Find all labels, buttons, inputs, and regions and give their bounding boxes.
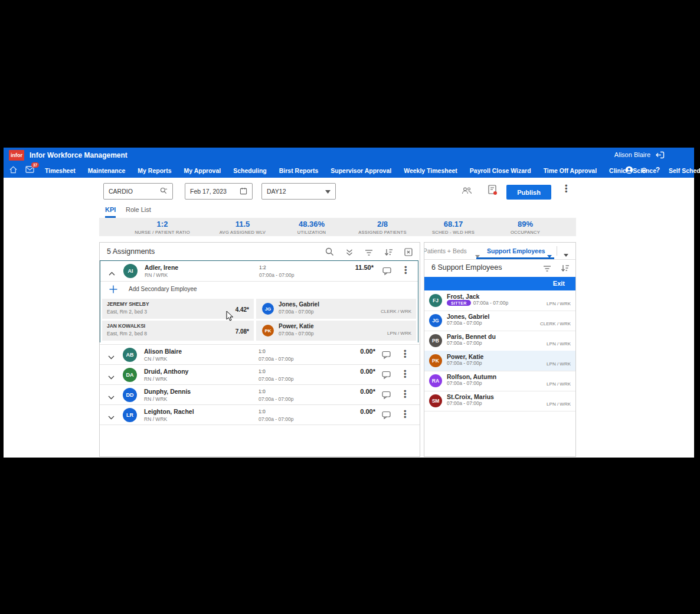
plus-icon[interactable] — [109, 285, 118, 296]
support-employee-row[interactable]: SM St.Croix, Marius 07:00a - 07:00p LPN … — [424, 391, 575, 411]
tab-support-employees[interactable]: Support Employees — [487, 247, 545, 254]
avatar: JG — [262, 303, 274, 315]
row-menu-icon[interactable]: ••• — [404, 370, 407, 378]
employee-role: LPN / WRK — [547, 361, 571, 367]
add-secondary-employee-row[interactable]: Add Secondary Employee — [100, 281, 418, 298]
shift-select[interactable]: DAY12 — [261, 183, 336, 200]
sort-icon[interactable] — [384, 248, 393, 259]
employee-name: Jones, Gabriel — [279, 301, 319, 308]
filter-icon[interactable] — [543, 264, 551, 275]
patient-wlv: 7.08* — [235, 328, 249, 335]
avatar: PB — [429, 334, 442, 347]
avatar: RA — [429, 374, 442, 387]
nav-item-scheduling[interactable]: Scheduling — [233, 167, 267, 174]
employee-name: Power, Katie — [279, 323, 313, 329]
nav-item-self-scheduling[interactable]: Self Scheduling — [669, 167, 700, 174]
chevron-up-icon[interactable] — [109, 267, 115, 278]
toolbar-menu-icon[interactable]: ••• — [565, 184, 568, 193]
nav-item-supervisor-approval[interactable]: Supervisor Approval — [331, 167, 391, 174]
avatar: DD — [123, 388, 137, 402]
search-icon[interactable] — [325, 247, 334, 259]
chevron-down-icon[interactable] — [108, 391, 115, 402]
support-employee-row[interactable]: JG Jones, Gabriel 07:00a - 07:00p CLERK … — [424, 311, 575, 331]
assignment-row[interactable]: AB Alison Blaire CN / WRK 1:0 07:00a - 0… — [100, 344, 420, 365]
nav-item-my-approval[interactable]: My Approval — [184, 167, 221, 174]
report-clipboard-icon[interactable] — [488, 184, 498, 198]
tab-kpi[interactable]: KPI — [105, 206, 116, 218]
assignment-row[interactable]: LR Leighton, Rachel RN / WRK 1:0 07:00a … — [100, 404, 420, 425]
comment-icon[interactable] — [382, 371, 391, 381]
nav-item-my-reports[interactable]: My Reports — [138, 167, 171, 174]
support-employee-row[interactable]: FJ Frost, Jack SITTER 07:00a - 07:00p LP… — [424, 290, 575, 311]
unit-search-input[interactable]: CARDIO — [103, 183, 173, 200]
home-icon[interactable] — [9, 165, 18, 177]
messages-badge: 37 — [31, 162, 39, 168]
user-name[interactable]: Alison Blaire — [614, 151, 650, 158]
assignment-row[interactable]: DA Druid, Anthony RN / WRK 1:0 07:00a - … — [100, 364, 420, 385]
close-panel-icon[interactable] — [404, 248, 413, 259]
comment-icon[interactable] — [382, 267, 392, 277]
employee-role: LPN / WRK — [547, 381, 571, 387]
shift-time: 07:00a - 07:00p — [259, 356, 294, 362]
employee-name: Alison Blaire — [144, 348, 182, 355]
patient-location: East, Rm 2, bed 8 — [107, 331, 147, 337]
employee-role: LPN / WRK — [387, 331, 411, 336]
comment-icon[interactable] — [382, 391, 391, 401]
profile-icon[interactable] — [625, 166, 633, 177]
date-picker[interactable]: Feb 17, 2023 — [185, 183, 253, 200]
support-list-header: 6 Support Employees — [424, 259, 575, 277]
filter-icon[interactable] — [365, 248, 373, 259]
support-employee-row[interactable]: PB Paris, Bennet du 07:00a - 07:00p LPN … — [424, 331, 575, 351]
tab-patients-beds[interactable]: Patients + Beds — [424, 247, 467, 254]
patient-ratio: 1:0 — [259, 348, 266, 354]
calendar-icon[interactable] — [240, 187, 247, 196]
assignment-row-primary[interactable]: AI Adler, Irene RN / WRK 1:2 07:00a - 07… — [100, 261, 418, 281]
comment-icon[interactable] — [382, 411, 391, 422]
wlv-hours: 0.00* — [360, 368, 375, 375]
shift-time: 07:00a - 07:00p — [447, 400, 482, 406]
logout-icon[interactable] — [655, 151, 665, 162]
unit-value: CARDIO — [109, 188, 133, 195]
support-employee-row-selected[interactable]: PK Power, Katie 07:00a - 07:00p LPN / WR… — [424, 351, 575, 371]
secondary-employee-card[interactable]: PK Power, Katie 07:00a - 07:00p LPN / WR… — [256, 321, 416, 341]
expand-all-icon[interactable] — [345, 248, 354, 259]
nav-item-birst-reports[interactable]: Birst Reports — [279, 167, 319, 174]
settings-gear-icon[interactable]: ⚙ — [640, 166, 647, 175]
nav-item-weekly-timesheet[interactable]: Weekly Timesheet — [404, 167, 457, 174]
row-menu-icon[interactable]: ••• — [404, 350, 407, 358]
patient-card[interactable]: JEREMY SHELBY East, Rm 2, bed 3 4.42* — [102, 299, 254, 319]
row-menu-icon[interactable]: ••• — [404, 266, 407, 275]
nav-item-timesheet[interactable]: Timesheet — [45, 167, 76, 174]
chevron-down-icon[interactable] — [108, 371, 115, 382]
employee-role: LPN / WRK — [547, 341, 571, 347]
nav-item-maintenance[interactable]: Maintenance — [88, 167, 126, 174]
avatar: LR — [123, 408, 137, 422]
comment-icon[interactable] — [382, 351, 391, 361]
publish-button[interactable]: Publish — [506, 185, 551, 200]
shift-time: 07:00a - 07:00p — [259, 396, 294, 402]
employee-name: St.Croix, Marius — [447, 393, 494, 400]
messages-icon[interactable]: 37 — [25, 165, 35, 176]
employee-name: Jones, Gabriel — [447, 313, 489, 320]
lookup-icon[interactable] — [160, 187, 168, 196]
patient-card[interactable]: JAN KOWALKSI East, Rm 2, bed 8 7.08* — [102, 321, 254, 341]
tab-role-list[interactable]: Role List — [126, 206, 151, 216]
panel-options-caret-icon[interactable] — [564, 249, 568, 259]
avatar: AB — [123, 348, 137, 362]
chevron-down-icon[interactable] — [108, 411, 115, 422]
assignments-title: 5 Assignments — [107, 247, 155, 256]
row-menu-icon[interactable]: ••• — [404, 390, 407, 399]
sort-icon[interactable] — [561, 264, 570, 275]
exit-button[interactable]: Exit — [553, 280, 565, 287]
help-icon[interactable]: ? — [656, 166, 660, 174]
support-employee-row[interactable]: RA Rolfson, Autumn 07:00a - 07:00p LPN /… — [424, 371, 575, 391]
employee-name: Druid, Anthony — [144, 368, 188, 375]
secondary-employee-card[interactable]: JG Jones, Gabriel 07:00a - 07:00p CLERK … — [256, 299, 416, 319]
chevron-down-icon[interactable] — [108, 351, 115, 362]
nav-item-payroll-close-wizard[interactable]: Payroll Close Wizard — [470, 167, 531, 174]
staff-group-icon[interactable] — [462, 187, 472, 197]
row-menu-icon[interactable]: ••• — [404, 410, 407, 419]
nav-item-time-off-approval[interactable]: Time Off Approval — [544, 167, 597, 174]
avatar: PK — [262, 325, 274, 337]
assignment-row[interactable]: DD Dunphy, Dennis RN / WRK 1:0 07:00a - … — [100, 384, 420, 405]
